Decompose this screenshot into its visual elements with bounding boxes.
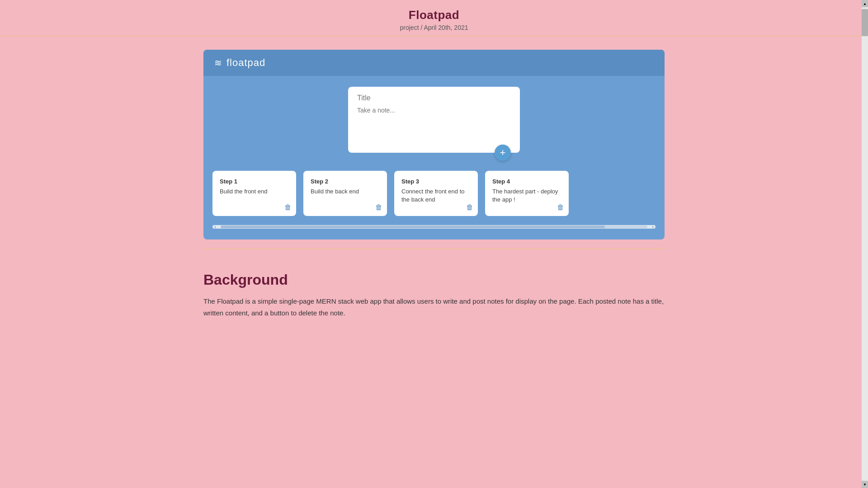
note-input-card: + xyxy=(348,87,520,153)
vertical-scrollbar[interactable]: ▲ ▼ xyxy=(862,0,868,488)
page-header: Floatpad project / April 20th, 2021 xyxy=(0,0,868,36)
note-card-body: Build the back end xyxy=(311,188,380,196)
scroll-left-arrow[interactable]: ‹ xyxy=(212,224,218,230)
scrollbar-track xyxy=(221,225,647,228)
app-frame: ≋ floatpad + Step 1Build the front end🗑S… xyxy=(203,50,665,239)
app-logo-icon: ≋ xyxy=(214,57,222,68)
note-card-body: Build the front end xyxy=(220,188,289,196)
app-navbar: ≋ floatpad xyxy=(203,50,665,76)
section-divider xyxy=(203,249,665,249)
add-note-button[interactable]: + xyxy=(495,145,511,161)
note-card-body: The hardest part - deploy the app ! xyxy=(492,188,561,204)
scroll-down-button[interactable]: ▼ xyxy=(862,481,868,488)
note-card-step: Step 1 xyxy=(220,178,289,185)
scrollbar-thumb[interactable] xyxy=(221,225,605,228)
note-delete-button[interactable]: 🗑 xyxy=(284,203,292,211)
scroll-track xyxy=(862,7,868,481)
page-subtitle: project / April 20th, 2021 xyxy=(0,24,868,31)
note-delete-button[interactable]: 🗑 xyxy=(466,203,473,211)
note-card: Step 2Build the back end🗑 xyxy=(303,171,387,216)
note-delete-button[interactable]: 🗑 xyxy=(375,203,382,211)
horizontal-scrollbar[interactable]: ‹ › xyxy=(212,225,656,229)
background-text: The Floatpad is a simple single-page MER… xyxy=(203,296,665,319)
note-delete-button[interactable]: 🗑 xyxy=(557,203,564,211)
app-content: + Step 1Build the front end🗑Step 2Build … xyxy=(203,76,665,239)
notes-grid: Step 1Build the front end🗑Step 2Build th… xyxy=(212,166,656,221)
scroll-thumb[interactable] xyxy=(862,9,868,36)
note-card: Step 1Build the front end🗑 xyxy=(212,171,296,216)
page-title: Floatpad xyxy=(0,8,868,22)
note-card-step: Step 2 xyxy=(311,178,380,185)
note-title-input[interactable] xyxy=(357,94,511,102)
note-card: Step 3Connect the front end to the back … xyxy=(394,171,478,216)
note-card: Step 4The hardest part - deploy the app … xyxy=(485,171,569,216)
scroll-right-arrow[interactable]: › xyxy=(650,224,656,230)
scroll-up-button[interactable]: ▲ xyxy=(862,0,868,7)
note-card-step: Step 3 xyxy=(401,178,471,185)
note-body-input[interactable] xyxy=(357,107,511,128)
app-logo-text: floatpad xyxy=(226,57,265,69)
note-card-step: Step 4 xyxy=(492,178,561,185)
background-section: Background The Floatpad is a simple sing… xyxy=(203,272,665,332)
background-heading: Background xyxy=(203,272,665,288)
note-card-body: Connect the front end to the back end xyxy=(401,188,471,204)
